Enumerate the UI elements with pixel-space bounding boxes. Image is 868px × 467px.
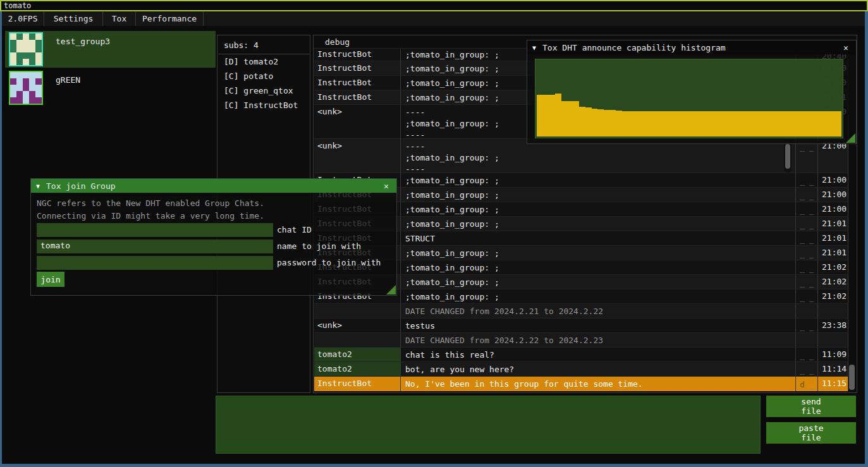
histogram-bar <box>640 111 647 136</box>
avatar-pixel <box>10 85 16 91</box>
delivery-marks: __ <box>795 260 817 274</box>
join-button[interactable]: join <box>37 272 64 287</box>
histogram-bar <box>707 111 714 136</box>
chat-row[interactable]: tomato2chat is this real?__11:09 <box>314 348 848 362</box>
chat-row[interactable]: <unk>----;tomato_in_group: ;----__21:00 <box>314 139 848 173</box>
collapse-triangle-icon[interactable]: ▼ <box>532 44 536 51</box>
message-timestamp: 21:01 <box>817 246 848 260</box>
send-file-button[interactable]: send file <box>766 396 856 417</box>
avatar-pixel <box>16 33 23 40</box>
histogram-bar <box>714 111 720 136</box>
chat-id-field[interactable] <box>37 223 273 237</box>
member-item[interactable]: [C] InstructBot <box>217 98 310 112</box>
group-item-gREEN[interactable]: gREEN <box>5 70 216 106</box>
message-timestamp: 11:15 <box>817 377 848 391</box>
window-title: tomato <box>4 1 31 10</box>
delivery-mark: d <box>800 380 805 391</box>
message-scrollbar-thumb[interactable] <box>785 144 790 169</box>
avatar-pixel <box>16 91 23 97</box>
message-line: ;tomato_in_group: ; <box>405 152 795 164</box>
histogram-bar <box>567 101 573 136</box>
histogram-bar <box>768 111 774 136</box>
chat-scrollbar-thumb[interactable] <box>849 365 855 390</box>
histogram-bar <box>689 111 695 136</box>
delivery-mark: _ <box>809 351 814 361</box>
menu-item-20fps[interactable]: 2.0FPS <box>2 11 44 26</box>
member-list: [D] tomato2[C] potato[C] green_qtox[C] I… <box>217 54 310 112</box>
message-sender <box>314 304 400 318</box>
chat-row[interactable]: tomato2bot, are you new here?__11:14 <box>314 362 848 377</box>
avatar-pixel <box>35 85 42 91</box>
delivery-mark: _ <box>800 176 805 187</box>
avatar-pixel <box>29 40 35 46</box>
delivery-marks: __ <box>795 139 817 175</box>
member-item[interactable]: [C] green_qtox <box>217 83 310 98</box>
message-timestamp: 21:00 <box>817 139 848 175</box>
avatar-pixel <box>10 33 16 40</box>
message-sender: <unk> <box>314 318 400 332</box>
histogram-bar <box>659 111 665 136</box>
avatar-pixel <box>29 33 35 40</box>
avatar-pixel <box>16 46 23 52</box>
delivery-mark: _ <box>809 234 814 245</box>
paste-file-label-line2: file <box>801 433 821 442</box>
tab-debug[interactable]: debug <box>325 37 350 47</box>
delivery-mark: _ <box>800 322 805 332</box>
message-timestamp: 11:14 <box>817 362 848 376</box>
avatar-pixel <box>23 46 29 52</box>
avatar-pixel <box>23 78 29 85</box>
message-timestamp: 11:09 <box>817 348 848 361</box>
avatar-pixel <box>23 72 29 78</box>
join-password-field[interactable] <box>37 256 273 270</box>
delivery-marks: __ <box>795 275 817 289</box>
histogram-bar <box>628 111 635 136</box>
histogram-bar <box>829 111 836 136</box>
window-titlebar: tomato <box>0 0 868 11</box>
message-sender: <unk> <box>314 139 400 175</box>
member-item[interactable]: [D] tomato2 <box>217 54 310 69</box>
close-icon[interactable]: ✕ <box>841 43 851 52</box>
paste-file-button[interactable]: paste file <box>766 422 856 444</box>
member-item[interactable]: [C] potato <box>217 69 310 83</box>
avatar-pixel <box>10 78 16 85</box>
dht-capability-histogram <box>535 59 843 138</box>
chat-id-label: chat ID <box>277 223 312 234</box>
date-row[interactable]: DATE CHANGED from 2024.2.22 to 2024.2.23 <box>314 333 848 348</box>
message-input[interactable] <box>216 396 761 454</box>
dht-histogram-title: Tox DHT announce capability histogram <box>542 43 834 52</box>
avatar-pixel <box>29 85 35 91</box>
histogram-bar <box>549 95 555 136</box>
histogram-bar <box>756 111 762 136</box>
menu-item-performance[interactable]: Performance <box>136 11 204 26</box>
message-timestamp: 21:02 <box>817 275 848 289</box>
chat-row[interactable]: <unk>testus__23:38 <box>314 318 848 333</box>
avatar-pixel <box>10 72 16 78</box>
join-group-titlebar[interactable]: ▼ Tox join Group ✕ <box>31 179 396 193</box>
avatar-pixel <box>10 59 16 65</box>
message-timestamp: 21:00 <box>817 202 848 216</box>
collapse-triangle-icon[interactable]: ▼ <box>36 183 40 190</box>
menu-item-tox[interactable]: Tox <box>103 11 136 26</box>
resize-grip-icon[interactable] <box>846 133 855 143</box>
histogram-bar <box>537 95 543 136</box>
dht-histogram-titlebar[interactable]: ▼ Tox DHT announce capability histogram … <box>527 40 856 54</box>
message-sender <box>314 333 400 347</box>
join-name-field[interactable]: tomato <box>37 240 273 253</box>
date-row[interactable]: DATE CHANGED from 2024.2.21 to 2024.2.22 <box>314 304 848 318</box>
window-frame-right <box>865 11 868 467</box>
message-text: ;tomato_in_group: ; <box>400 173 795 187</box>
chat-row[interactable]: InstructBotNo, I've been in this group f… <box>314 377 848 391</box>
avatar-pixel <box>23 91 29 97</box>
delivery-mark: _ <box>800 142 805 175</box>
histogram-bar <box>652 111 659 136</box>
resize-grip-icon[interactable] <box>386 285 396 294</box>
histogram-bar <box>695 111 702 136</box>
menu-item-settings[interactable]: Settings <box>44 11 103 26</box>
group-item-test_group3[interactable]: test_group3 <box>5 31 216 68</box>
message-text: ;tomato_in_group: ; <box>400 217 795 231</box>
window-frame-bottom <box>0 464 868 467</box>
group-avatar <box>9 71 43 105</box>
message-text: ;tomato_in_group: ; <box>400 260 795 274</box>
close-icon[interactable]: ✕ <box>381 181 391 191</box>
avatar-pixel <box>29 46 35 52</box>
